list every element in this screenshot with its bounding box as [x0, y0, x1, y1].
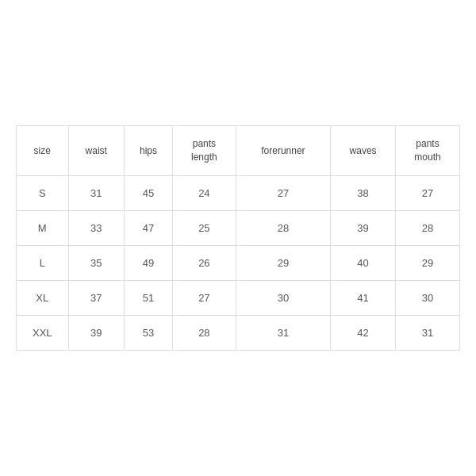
cell-pants_mouth: 27: [396, 175, 460, 210]
cell-size: XL: [17, 280, 69, 315]
table-row: L354926294029: [17, 245, 460, 280]
cell-size: M: [17, 210, 69, 245]
cell-waves: 42: [331, 315, 396, 350]
col-header-pants_length: pants length: [173, 126, 236, 176]
cell-pants_mouth: 31: [396, 315, 460, 350]
cell-forerunner: 29: [236, 245, 330, 280]
cell-hips: 53: [124, 315, 172, 350]
cell-waves: 41: [331, 280, 396, 315]
cell-waist: 37: [68, 280, 124, 315]
col-header-hips: hips: [124, 126, 172, 176]
col-header-waves: waves: [331, 126, 396, 176]
table-row: M334725283928: [17, 210, 460, 245]
cell-forerunner: 31: [236, 315, 330, 350]
cell-pants_length: 27: [173, 280, 236, 315]
cell-pants_length: 25: [173, 210, 236, 245]
cell-waist: 39: [68, 315, 124, 350]
table-row: XXL395328314231: [17, 315, 460, 350]
cell-waist: 31: [68, 175, 124, 210]
cell-hips: 49: [124, 245, 172, 280]
cell-forerunner: 28: [236, 210, 330, 245]
cell-hips: 51: [124, 280, 172, 315]
col-header-forerunner: forerunner: [236, 126, 330, 176]
cell-waist: 35: [68, 245, 124, 280]
cell-waves: 40: [331, 245, 396, 280]
table-row: XL375127304130: [17, 280, 460, 315]
col-header-size: size: [17, 126, 69, 176]
size-table: sizewaisthipspants lengthforerunnerwaves…: [16, 125, 460, 351]
size-chart: sizewaisthipspants lengthforerunnerwaves…: [16, 125, 460, 351]
cell-waist: 33: [68, 210, 124, 245]
col-header-waist: waist: [68, 126, 124, 176]
col-header-pants_mouth: pants mouth: [396, 126, 460, 176]
cell-pants_length: 24: [173, 175, 236, 210]
cell-forerunner: 27: [236, 175, 330, 210]
cell-pants_mouth: 30: [396, 280, 460, 315]
cell-size: L: [17, 245, 69, 280]
cell-pants_mouth: 28: [396, 210, 460, 245]
cell-pants_mouth: 29: [396, 245, 460, 280]
cell-hips: 47: [124, 210, 172, 245]
cell-pants_length: 26: [173, 245, 236, 280]
cell-waves: 39: [331, 210, 396, 245]
table-row: S314524273827: [17, 175, 460, 210]
cell-size: S: [17, 175, 69, 210]
cell-forerunner: 30: [236, 280, 330, 315]
cell-pants_length: 28: [173, 315, 236, 350]
cell-waves: 38: [331, 175, 396, 210]
cell-size: XXL: [17, 315, 69, 350]
cell-hips: 45: [124, 175, 172, 210]
